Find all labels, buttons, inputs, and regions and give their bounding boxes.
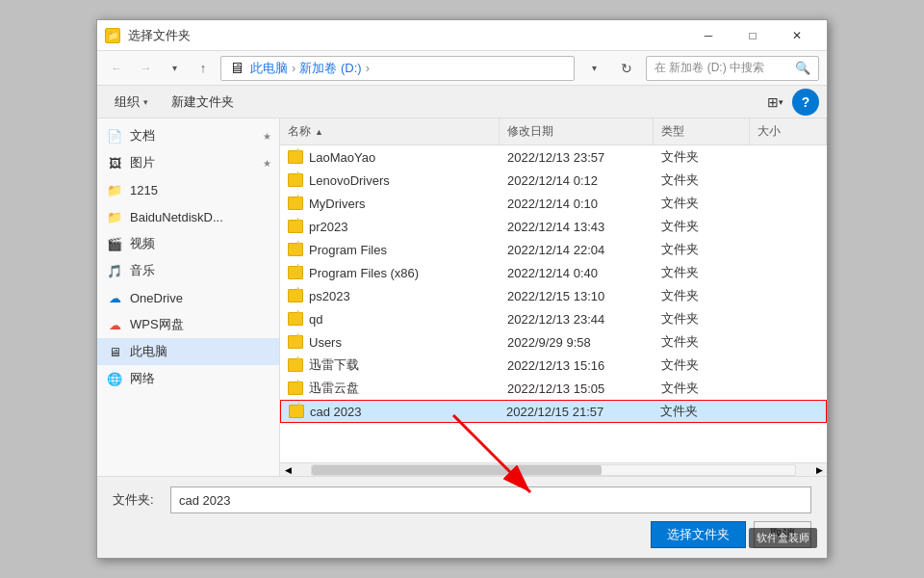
file-size-cell [750,169,827,192]
sidebar-label-baidunetdisk: BaiduNetdiskD... [130,210,271,224]
hscroll-left-btn[interactable]: ◀ [280,464,295,476]
file-row[interactable]: MyDrivers 2022/12/14 0:10 文件夹 [280,192,827,215]
search-box[interactable]: 在 新加卷 (D:) 中搜索 🔍 [646,56,819,81]
col-header-size[interactable]: 大小 [750,118,827,144]
file-size-cell [750,307,827,330]
sidebar: 📄 文档 ★ 🖼 图片 ★ 📁 1215 📁 BaiduNetdiskD... … [97,118,280,476]
file-size-cell [750,238,827,261]
help-button[interactable]: ? [792,89,819,116]
sidebar-item-videos[interactable]: 🎬 视频 [97,230,279,257]
search-placeholder: 在 新加卷 (D:) 中搜索 [654,60,764,76]
dropdown-button[interactable]: ▾ [163,57,186,80]
sidebar-item-wps[interactable]: ☁ WPS网盘 [97,311,279,338]
sidebar-item-music[interactable]: 🎵 音乐 [97,257,279,284]
dialog-icon: 📁 [105,28,120,43]
hscroll-right-btn[interactable]: ▶ [811,464,827,476]
file-row[interactable]: 迅雷下载 2022/12/13 15:16 文件夹 [280,354,827,377]
address-dropdown-btn[interactable]: ▾ [580,56,607,81]
file-type-cell: 文件夹 [654,192,750,215]
view-icon: ⊞ [767,94,779,110]
pin-icon-documents[interactable]: ★ [263,131,271,142]
file-row[interactable]: Users 2022/9/29 9:58 文件夹 [280,330,827,354]
sidebar-item-baidunetdisk[interactable]: 📁 BaiduNetdiskD... [97,203,279,230]
file-type-cell: 文件夹 [654,330,750,354]
filename-row: 文件夹: [113,486,811,513]
file-row[interactable]: ps2023 2022/12/15 13:10 文件夹 [280,284,827,307]
minimize-button[interactable]: ─ [686,20,731,51]
file-size-cell [750,145,827,169]
file-name: Program Files [309,243,387,257]
toolbar: 组织 ▾ 新建文件夹 ⊞ ▾ ? [97,86,827,118]
maximize-button[interactable]: □ [731,20,775,51]
file-name-cell: 迅雷下载 [280,354,500,377]
refresh-button[interactable]: ↻ [613,56,640,81]
hscroll-thumb [312,465,602,475]
address-bar: ← → ▾ ↑ 🖥 此电脑 › 新加卷 (D:) › ▾ ↻ 在 新加卷 (D:… [97,51,827,86]
videos-icon: 🎬 [105,234,124,253]
main-content: 📄 文档 ★ 🖼 图片 ★ 📁 1215 📁 BaiduNetdiskD... … [97,118,827,476]
file-row[interactable]: Program Files 2022/12/14 22:04 文件夹 [280,238,827,261]
file-name-cell: qd [280,307,500,330]
file-dialog: 📁 选择文件夹 ─ □ ✕ ← → ▾ ↑ 🖥 此电脑 › 新加卷 (D:) ›… [96,19,828,559]
folder-icon [288,173,303,187]
folder-1215-icon: 📁 [105,180,124,199]
pin-icon-pictures[interactable]: ★ [263,158,271,169]
file-name-cell: ps2023 [280,284,500,307]
new-folder-button[interactable]: 新建文件夹 [162,90,244,115]
filename-label: 文件夹: [113,491,161,509]
horizontal-scrollbar[interactable]: ◀ ▶ [280,462,827,476]
file-size-cell [750,330,827,354]
dialog-title: 选择文件夹 [128,27,191,44]
select-folder-button[interactable]: 选择文件夹 [651,521,746,548]
file-name: LenovoDrivers [309,173,390,188]
title-controls: ─ □ ✕ [686,20,819,51]
file-type-cell: 文件夹 [654,238,750,261]
music-icon: 🎵 [105,261,124,280]
pictures-icon: 🖼 [105,153,124,172]
file-row[interactable]: cad 2023 2022/12/15 21:57 文件夹 [280,400,827,423]
sidebar-label-pictures: 图片 [130,154,257,171]
sidebar-item-onedrive[interactable]: ☁ OneDrive [97,284,279,311]
path-part-pc[interactable]: 此电脑 [250,60,288,77]
file-date-cell: 2022/12/14 0:40 [500,261,654,284]
close-button[interactable]: ✕ [775,20,819,51]
file-row[interactable]: 迅雷云盘 2022/12/13 15:05 文件夹 [280,377,827,400]
file-name: 迅雷云盘 [309,380,359,397]
col-header-date[interactable]: 修改日期 [500,118,654,144]
sidebar-item-network[interactable]: 🌐 网络 [97,365,279,392]
file-date-cell: 2022/12/15 13:10 [500,284,654,307]
file-row[interactable]: pr2023 2022/12/14 13:43 文件夹 [280,215,827,238]
folder-icon [288,381,303,395]
search-icon: 🔍 [795,61,810,75]
baidunetdisk-icon: 📁 [105,207,124,226]
address-path[interactable]: 🖥 此电脑 › 新加卷 (D:) › [220,56,575,81]
file-size-cell [750,284,827,307]
filename-input[interactable] [170,486,811,513]
path-part-drive[interactable]: 新加卷 (D:) [299,60,361,77]
organize-arrow-icon: ▾ [143,97,148,107]
thispc-icon: 🖥 [105,342,124,361]
folder-icon [288,243,303,256]
file-type-cell: 文件夹 [654,215,750,238]
file-row[interactable]: LaoMaoYao 2022/12/13 23:57 文件夹 [280,145,827,169]
onedrive-icon: ☁ [105,288,124,307]
up-button[interactable]: ↑ [192,57,215,80]
forward-button[interactable]: → [134,57,157,80]
sidebar-item-pictures[interactable]: 🖼 图片 ★ [97,149,279,176]
sidebar-item-thispc[interactable]: 🖥 此电脑 [97,338,279,365]
file-date-cell: 2022/12/13 15:05 [500,377,654,400]
file-name: cad 2023 [310,405,362,419]
file-size-cell [750,192,827,215]
sidebar-item-documents[interactable]: 📄 文档 ★ [97,122,279,149]
organize-button[interactable]: 组织 ▾ [105,90,158,115]
col-header-type[interactable]: 类型 [654,118,750,144]
file-row[interactable]: LenovoDrivers 2022/12/14 0:12 文件夹 [280,169,827,192]
file-row[interactable]: qd 2022/12/13 23:44 文件夹 [280,307,827,330]
file-row[interactable]: Program Files (x86) 2022/12/14 0:40 文件夹 [280,261,827,284]
folder-icon [288,220,303,233]
col-header-name[interactable]: 名称 ▲ [280,118,500,144]
view-options-button[interactable]: ⊞ ▾ [761,90,788,115]
back-button[interactable]: ← [105,57,128,80]
network-icon: 🌐 [105,369,124,388]
sidebar-item-1215[interactable]: 📁 1215 [97,176,279,203]
